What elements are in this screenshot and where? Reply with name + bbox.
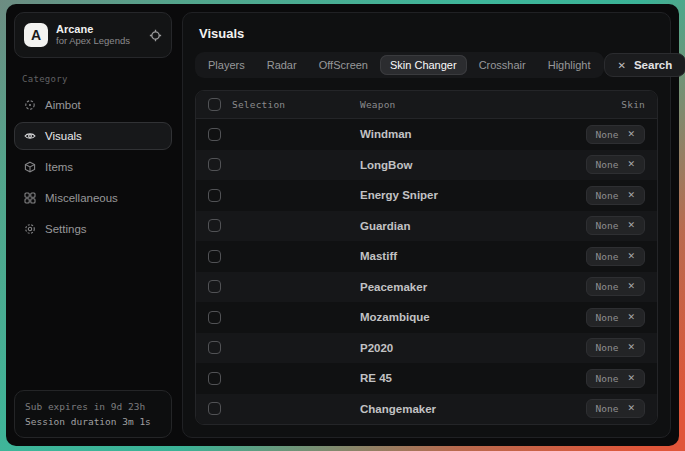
- row-checkbox[interactable]: [208, 189, 221, 202]
- tab-highlight[interactable]: Highlight: [538, 55, 601, 75]
- eye-icon: [24, 130, 36, 142]
- skin-badge[interactable]: None ✕: [586, 216, 645, 235]
- sidebar-item-label: Items: [45, 161, 73, 173]
- skin-value: None: [596, 373, 619, 384]
- sidebar-item-label: Miscellaneous: [45, 192, 118, 204]
- session-duration-text: Session duration 3m 1s: [25, 414, 161, 429]
- clear-skin-icon[interactable]: ✕: [627, 404, 635, 413]
- weapon-name: RE 45: [360, 372, 547, 384]
- table-row: Peacemaker None ✕: [196, 272, 657, 303]
- clear-skin-icon[interactable]: ✕: [627, 221, 635, 230]
- clear-skin-icon[interactable]: ✕: [627, 282, 635, 291]
- category-label: Category: [22, 74, 164, 84]
- weapon-name: Energy Sniper: [360, 189, 547, 201]
- skin-value: None: [596, 251, 619, 262]
- table-body: Windman None ✕ LongBow None ✕ Energy Sni…: [196, 119, 657, 424]
- skin-badge[interactable]: None ✕: [586, 186, 645, 205]
- sidebar-item-label: Aimbot: [45, 99, 81, 111]
- column-header-skin: Skin: [547, 99, 657, 110]
- search-button-label: Search: [634, 59, 672, 71]
- skin-badge[interactable]: None ✕: [586, 369, 645, 388]
- cube-icon: [24, 161, 36, 173]
- weapon-name: Peacemaker: [360, 281, 547, 293]
- gear-icon: [24, 223, 36, 235]
- crosshair-icon[interactable]: [149, 29, 162, 42]
- sidebar: A Arcane for Apex Legends Category Aimbo…: [14, 12, 172, 438]
- sidebar-item-miscellaneous[interactable]: Miscellaneous: [14, 184, 172, 212]
- clear-skin-icon[interactable]: ✕: [627, 343, 635, 352]
- table-row: P2020 None ✕: [196, 333, 657, 364]
- row-checkbox[interactable]: [208, 311, 221, 324]
- sidebar-nav: AimbotVisualsItemsMiscellaneousSettings: [14, 91, 172, 243]
- app-name: Arcane: [56, 23, 130, 36]
- skin-badge[interactable]: None ✕: [586, 277, 645, 296]
- tab-skin-changer[interactable]: Skin Changer: [380, 55, 467, 75]
- row-checkbox[interactable]: [208, 250, 221, 263]
- sidebar-item-label: Visuals: [45, 130, 82, 142]
- table-row: LongBow None ✕: [196, 150, 657, 181]
- tab-offscreen[interactable]: OffScreen: [309, 55, 378, 75]
- skin-badge[interactable]: None ✕: [586, 338, 645, 357]
- app-subtitle: for Apex Legends: [56, 36, 130, 47]
- tab-crosshair[interactable]: Crosshair: [469, 55, 536, 75]
- select-all-checkbox[interactable]: [208, 98, 221, 111]
- clear-skin-icon[interactable]: ✕: [627, 374, 635, 383]
- sidebar-item-settings[interactable]: Settings: [14, 215, 172, 243]
- weapon-name: Mozambique: [360, 311, 547, 323]
- clear-skin-icon[interactable]: ✕: [627, 130, 635, 139]
- skin-value: None: [596, 312, 619, 323]
- clear-skin-icon[interactable]: ✕: [627, 191, 635, 200]
- session-card: Sub expires in 9d 23h Session duration 3…: [14, 390, 172, 438]
- sub-expiry-text: Sub expires in 9d 23h: [25, 399, 161, 414]
- grid-icon: [24, 192, 36, 204]
- app-header-card: A Arcane for Apex Legends: [14, 12, 172, 58]
- skin-badge[interactable]: None ✕: [586, 247, 645, 266]
- skin-value: None: [596, 281, 619, 292]
- row-checkbox[interactable]: [208, 280, 221, 293]
- column-header-selection: Selection: [232, 99, 360, 110]
- tab-radar[interactable]: Radar: [257, 55, 307, 75]
- weapon-name: P2020: [360, 342, 547, 354]
- row-checkbox[interactable]: [208, 341, 221, 354]
- main-panel: Visuals PlayersRadarOffScreenSkin Change…: [182, 12, 671, 438]
- skin-value: None: [596, 129, 619, 140]
- skin-value: None: [596, 159, 619, 170]
- table-row: Windman None ✕: [196, 119, 657, 150]
- weapon-name: Guardian: [360, 220, 547, 232]
- tab-bar: PlayersRadarOffScreenSkin ChangerCrossha…: [195, 52, 604, 78]
- row-checkbox[interactable]: [208, 128, 221, 141]
- table-header-row: Selection Weapon Skin: [196, 91, 657, 119]
- skin-badge[interactable]: None ✕: [586, 155, 645, 174]
- skin-badge[interactable]: None ✕: [586, 125, 645, 144]
- table-row: Energy Sniper None ✕: [196, 180, 657, 211]
- search-button[interactable]: ✕ Search: [604, 53, 685, 77]
- row-checkbox[interactable]: [208, 372, 221, 385]
- sidebar-spacer: [14, 243, 172, 390]
- search-icon: ✕: [618, 60, 626, 71]
- weapon-name: LongBow: [360, 159, 547, 171]
- skin-value: None: [596, 342, 619, 353]
- clear-skin-icon[interactable]: ✕: [627, 313, 635, 322]
- skin-value: None: [596, 220, 619, 231]
- table-row: Mozambique None ✕: [196, 302, 657, 333]
- tab-players[interactable]: Players: [198, 55, 255, 75]
- clear-skin-icon[interactable]: ✕: [627, 160, 635, 169]
- row-checkbox[interactable]: [208, 158, 221, 171]
- skin-value: None: [596, 190, 619, 201]
- table-row: Guardian None ✕: [196, 211, 657, 242]
- skin-value: None: [596, 403, 619, 414]
- row-checkbox[interactable]: [208, 219, 221, 232]
- skin-badge[interactable]: None ✕: [586, 308, 645, 327]
- app-logo: A: [24, 23, 48, 47]
- skin-badge[interactable]: None ✕: [586, 399, 645, 418]
- sidebar-item-aimbot[interactable]: Aimbot: [14, 91, 172, 119]
- weapon-name: Mastiff: [360, 250, 547, 262]
- page-title: Visuals: [199, 26, 656, 41]
- sidebar-item-items[interactable]: Items: [14, 153, 172, 181]
- clear-skin-icon[interactable]: ✕: [627, 252, 635, 261]
- sidebar-item-label: Settings: [45, 223, 87, 235]
- column-header-weapon: Weapon: [360, 99, 547, 110]
- row-checkbox[interactable]: [208, 402, 221, 415]
- weapon-name: Windman: [360, 128, 547, 140]
- sidebar-item-visuals[interactable]: Visuals: [14, 122, 172, 150]
